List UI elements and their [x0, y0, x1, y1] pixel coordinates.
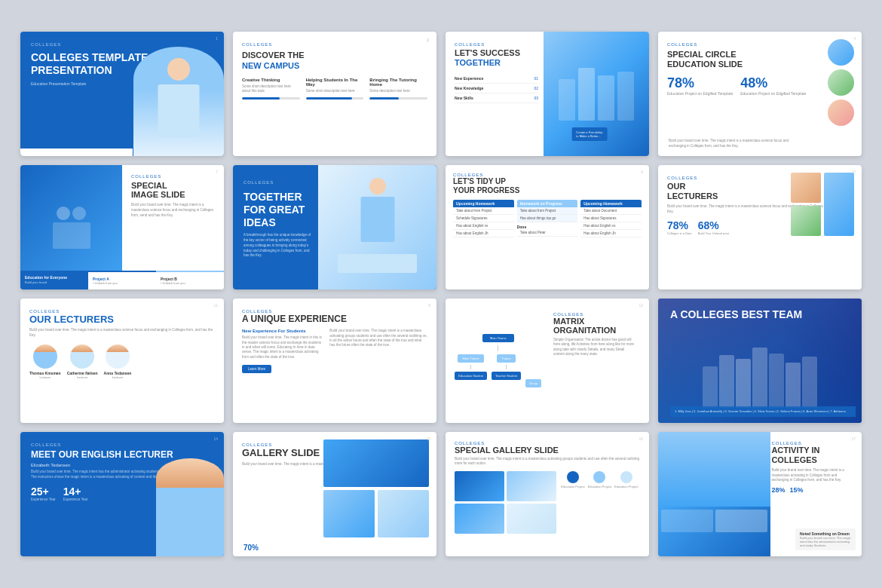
slide-1: 1 COLLEGES COLLEGES TEMPLATE PRESENTATIO…	[20, 32, 224, 156]
prof-1-name: Thomas Kinsmen	[29, 371, 61, 375]
photo-box-tall	[824, 173, 854, 236]
table-row: Take about Peter	[517, 229, 578, 237]
slide-12-title: A COLLEGES BEST TEAM	[670, 309, 850, 320]
slide-16-left-photo	[658, 432, 770, 556]
stat-num-1: 28%	[771, 486, 785, 494]
list-item: New Experience01	[455, 74, 538, 84]
slide-14: 15 COLLEGES GALLERY SLIDE Build your bra…	[233, 432, 436, 556]
stat-num-2: 15%	[789, 486, 803, 494]
slide-2-col1-title: Creative Thinking	[242, 78, 300, 82]
slide-15-content: Education Project Education Project Educ…	[455, 471, 640, 534]
slide-3-overlay-card: Create a Friendshipto Make a Better...	[571, 127, 607, 141]
slide-16-stats: 28% 15%	[771, 486, 854, 494]
slide-14-gallery	[323, 439, 429, 537]
slide-2-progress-3	[369, 97, 427, 100]
slide-2-col-1: Creative Thinking Some short description…	[242, 78, 300, 100]
slide-3-title2: TOGETHER	[455, 58, 501, 67]
slide-8-stat-2: 68% Build Your Unlevel post	[698, 219, 729, 235]
icons-row: Education Project Education Project Educ…	[561, 471, 640, 488]
slide-11-title: MATRIXORGANITATION	[553, 317, 635, 335]
slide-5-card3: Project B • Unlatch from you	[156, 271, 224, 289]
slide-15-description: Build your brand over time. The magic in…	[455, 457, 640, 467]
slide-7: 9 COLLEGES LET'S TIDY UPYOUR PROGRESS Up…	[446, 165, 649, 289]
slide-12-content: A COLLEGES BEST TEAM	[658, 299, 862, 331]
slide-5-card1: Education for Everyone Build your brand	[20, 271, 88, 289]
org-col-1: Mark Trainer Education Student	[455, 354, 487, 387]
slide-9-description: Build your brand over time. The magic in…	[29, 328, 215, 338]
col3-header: Upcoming Homework	[580, 200, 642, 207]
slide-16-description: Build your brand over time. The magic in…	[771, 468, 854, 482]
slide-2: 2 COLLEGES DISCOVER THENEW CAMPUS Creati…	[233, 32, 436, 156]
circle-3	[828, 100, 854, 126]
slide-13-tag: COLLEGES	[31, 443, 213, 447]
org-row-2: Mark Trainer Education Student Trainer T…	[455, 354, 541, 387]
slide-11: 12 COLLEGES MATRIXORGANITATION Simple Or…	[446, 299, 649, 423]
stat2-label: Build Your Unlevel post	[698, 231, 729, 235]
list-item: New Knowledge02	[455, 84, 538, 93]
slide-15-icons: Education Project Education Project Educ…	[561, 471, 640, 534]
icon-1-label: Education Project	[561, 485, 584, 488]
slide-16: 17 COLLEGES ACTIVITY IN COLLEGES Build y…	[658, 432, 862, 556]
section-text: Build your brand over time. The magic in…	[242, 335, 323, 359]
slide-11-desc: Simple Organisation The active doctor ha…	[553, 338, 635, 357]
slide-10: 8 COLLEGES A UNIQUE EXPERIENCE New Exper…	[233, 299, 436, 423]
slide-6-photo-inner	[330, 174, 424, 280]
prof-2: Catherine Nelsen Lecturer	[67, 345, 98, 379]
slide-10-right: Build your brand over time. The magic in…	[329, 329, 427, 372]
gallery-img-2	[507, 471, 556, 501]
slide-16-right: COLLEGES ACTIVITY IN COLLEGES Build your…	[764, 432, 862, 556]
slide-2-progress-1	[242, 97, 300, 100]
slide-5: 7 COLLEGES SPECIALIMAGE SLIDE Build your…	[20, 165, 224, 289]
org-node-bot2: Teacher Student	[492, 372, 521, 380]
page-number-10: 8	[428, 303, 430, 308]
slide-12: A COLLEGES BEST TEAM 1. Milly Jess | 2. …	[658, 299, 862, 423]
slide-6-body: A breakthrough has the unique knowledge …	[243, 233, 314, 259]
prof-2-role: Lecturer	[67, 375, 98, 379]
org-node-bot3: Group	[525, 379, 541, 387]
slide-4-stat2-value: 48%	[740, 75, 806, 91]
gallery-img-1	[455, 471, 504, 501]
slide-2-col2-text: Some short description text here	[306, 89, 364, 93]
slide-11-chart: Main Teams Mark Trainer Education Studen…	[449, 306, 547, 415]
slide-4-tag: COLLEGES	[667, 42, 853, 47]
slide-3-items: New Experience01 New Knowledge02 New Ski…	[455, 74, 538, 103]
slide-5-card3-text: • Unlatch from you	[161, 281, 219, 285]
slide-7-table: Upcoming Homework Take about from Projec…	[453, 200, 642, 237]
prof-3-role: Lecturer	[104, 375, 132, 379]
avatar-2	[70, 345, 94, 369]
slide-9: 11 COLLEGES OUR LECTURERS Build your bra…	[20, 299, 224, 423]
slide-5-title: SPECIALIMAGE SLIDE	[131, 181, 215, 199]
learn-more-button[interactable]: Learn More	[242, 365, 271, 373]
gallery-img-3	[455, 504, 504, 534]
item-num-2: 02	[534, 86, 538, 90]
slide-7-col-2: Homework on Progress Take about from Pro…	[517, 200, 578, 237]
item-name-1: New Experience	[455, 76, 483, 81]
slide-5-card2-text: • Unlatch from you	[93, 281, 152, 285]
icon-item-1: Education Project	[561, 471, 584, 488]
slide-4-stat2-label: Education Project on Edgified Template	[740, 91, 806, 96]
org-node-mid2: Trainer	[497, 354, 516, 363]
stat-label-2: Experience Year	[63, 498, 88, 501]
table-row: Has about English vs	[453, 222, 514, 230]
org-conn-2	[506, 365, 507, 369]
section-title: New Experience For Students	[242, 329, 323, 333]
section-text-2: Build your brand over time. The magic in…	[329, 329, 427, 348]
slide-7-col-3: Upcoming Homework Take about Document Ha…	[580, 200, 642, 237]
slide-15-title: SPECIAL GALLERY SLIDE	[455, 446, 640, 455]
slide-8-stat-1: 78% Colleges is a Gate	[667, 219, 692, 235]
page-number-7: 9	[641, 170, 643, 174]
slide-9-title: OUR LECTURERS	[29, 314, 215, 325]
gallery-item-2	[323, 490, 375, 537]
icon-3-label: Education Project	[614, 485, 638, 488]
slide-2-col3-text: Some description text here	[369, 89, 427, 93]
slide-16-thumb-row	[658, 507, 770, 556]
slide-10-left: New Experience For Students Build your b…	[242, 329, 323, 372]
slide-6-tag: COLLEGES	[243, 180, 314, 185]
gallery-item-3	[378, 490, 429, 537]
table-row: Has about English vs	[580, 222, 642, 230]
slide-2-tag: COLLEGES	[242, 42, 427, 47]
table-row: Take about from Project	[453, 207, 514, 215]
slide-7-col-1: Upcoming Homework Take about from Projec…	[453, 200, 514, 237]
slide-16-stat-1: 28%	[771, 486, 785, 494]
table-row: Has about things top go	[517, 215, 578, 222]
